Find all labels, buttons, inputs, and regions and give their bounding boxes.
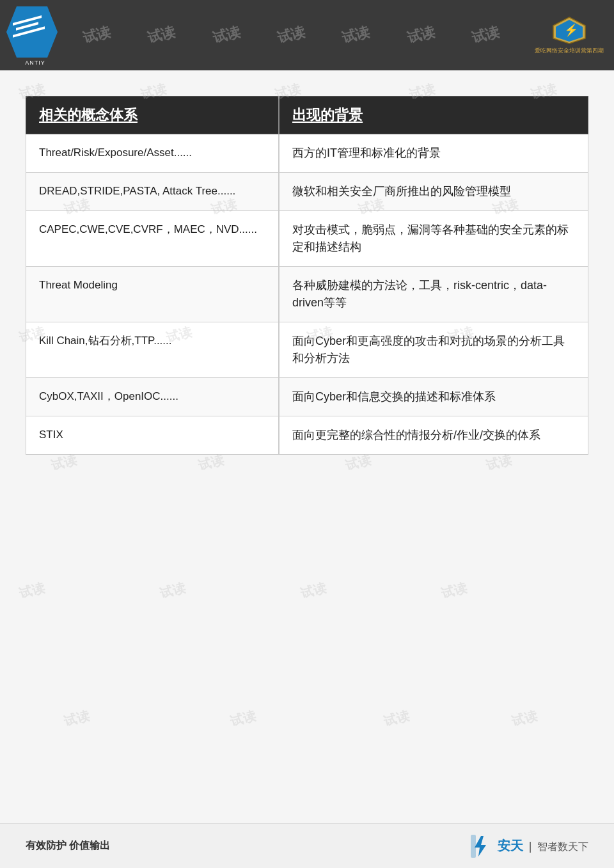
main-wm-22: 试读: [62, 707, 91, 730]
main-wm-23: 试读: [228, 707, 258, 730]
footer: 有效防护 价值输出 安天 | 智者数天下: [0, 823, 614, 868]
right-logo-caption: 爱吃网络安全培训营第四期: [535, 47, 604, 55]
footer-lightning-icon: [469, 835, 492, 858]
main-wm-19: 试读: [158, 579, 187, 602]
watermark-3: 试读: [210, 22, 242, 48]
logo-hexagon: [6, 6, 58, 58]
table-cell-right: 西方的IT管理和标准化的背景: [279, 134, 588, 173]
watermark-4: 试读: [275, 22, 307, 48]
table-header-row: 相关的概念体系 出现的背景: [26, 97, 588, 134]
table-cell-left: Threat Modeling: [26, 267, 279, 322]
footer-tagline: 有效防护 价值输出: [26, 839, 110, 853]
table-cell-left: CAPEC,CWE,CVE,CVRF，MAEC，NVD......: [26, 211, 279, 267]
table-row: CAPEC,CWE,CVE,CVRF，MAEC，NVD......对攻击模式，脆…: [26, 211, 588, 267]
table-row: CybOX,TAXII，OpenIOC......面向Cyber和信息交换的描述…: [26, 378, 588, 416]
col-left-header: 相关的概念体系: [26, 97, 279, 134]
table-row: STIX面向更完整的综合性的情报分析/作业/交换的体系: [26, 416, 588, 455]
antiy-badge-icon: ⚡: [550, 16, 588, 45]
table-row: Threat Modeling各种威胁建模的方法论，工具，risk-centri…: [26, 267, 588, 322]
watermark-6: 试读: [405, 22, 437, 48]
footer-brand-sub: 智者数天下: [537, 841, 588, 852]
footer-brand-main: 安天: [498, 839, 523, 853]
header: ANTIY 试读 试读 试读 试读 试读 试读 试读 ⚡ 爱吃网络安全培训营第四…: [0, 0, 614, 70]
watermark-2: 试读: [145, 22, 177, 48]
table-row: Kill Chain,钻石分析,TTP......面向Cyber和更高强度的攻击…: [26, 322, 588, 378]
header-watermark-container: 试读 试读 试读 试读 试读 试读 试读: [0, 0, 614, 70]
header-right-logo: ⚡ 爱吃网络安全培训营第四期: [534, 10, 604, 61]
main-content: 试读 试读 试读 试读 试读 试读 试读 试读 试读 试读 试读 试读 试读 试…: [0, 70, 614, 825]
table-cell-right: 面向更完整的综合性的情报分析/作业/交换的体系: [279, 416, 588, 455]
antiy-label: ANTIY: [6, 59, 64, 66]
table-cell-left: STIX: [26, 416, 279, 455]
main-wm-18: 试读: [17, 579, 47, 602]
main-wm-25: 试读: [510, 707, 539, 730]
table-cell-right: 各种威胁建模的方法论，工具，risk-centric，data-driven等等: [279, 267, 588, 322]
table-row: DREAD,STRIDE,PASTA, Attack Tree......微软和…: [26, 173, 588, 211]
footer-branding: 安天 | 智者数天下: [469, 835, 588, 858]
right-logo-image: ⚡: [550, 16, 588, 45]
footer-brand-group: 安天 | 智者数天下: [498, 837, 588, 855]
concept-table: 相关的概念体系 出现的背景 Threat/Risk/Exposure/Asset…: [26, 96, 588, 455]
table-cell-right: 面向Cyber和信息交换的描述和标准体系: [279, 378, 588, 416]
watermark-7: 试读: [469, 22, 501, 48]
table-cell-right: 面向Cyber和更高强度的攻击和对抗的场景的分析工具和分析方法: [279, 322, 588, 378]
svg-rect-4: [471, 835, 476, 858]
watermark-1: 试读: [81, 22, 113, 48]
table-cell-left: Kill Chain,钻石分析,TTP......: [26, 322, 279, 378]
main-wm-24: 试读: [382, 707, 411, 730]
main-wm-20: 试读: [299, 579, 328, 602]
footer-brand-pipe: |: [529, 840, 532, 853]
table-cell-right: 微软和相关安全厂商所推出的风险管理模型: [279, 173, 588, 211]
logo-lines-icon: [13, 16, 48, 48]
svg-marker-3: [475, 836, 486, 856]
col-right-header: 出现的背景: [279, 97, 588, 134]
table-cell-right: 对攻击模式，脆弱点，漏洞等各种基础的安全元素的标定和描述结构: [279, 211, 588, 267]
table-row: Threat/Risk/Exposure/Asset......西方的IT管理和…: [26, 134, 588, 173]
main-wm-21: 试读: [439, 579, 469, 602]
table-cell-left: Threat/Risk/Exposure/Asset......: [26, 134, 279, 173]
watermark-5: 试读: [340, 22, 372, 48]
table-cell-left: CybOX,TAXII，OpenIOC......: [26, 378, 279, 416]
header-logo: ANTIY: [6, 6, 64, 64]
table-cell-left: DREAD,STRIDE,PASTA, Attack Tree......: [26, 173, 279, 211]
svg-text:⚡: ⚡: [564, 23, 579, 37]
footer-logo-container: 安天 | 智者数天下: [469, 835, 588, 858]
